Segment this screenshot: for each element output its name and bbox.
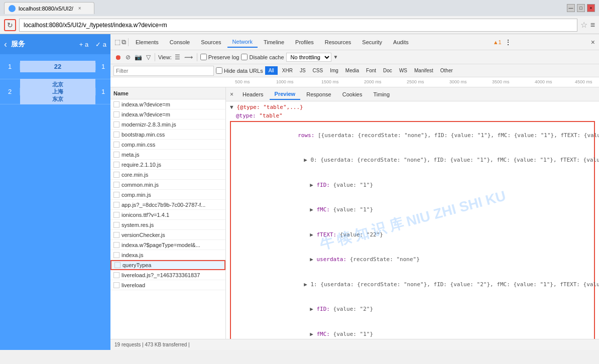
hide-data-urls-label[interactable]: Hide data URLs — [216, 67, 263, 74]
minimize-btn[interactable]: — — [567, 4, 575, 12]
tab-resources[interactable]: Resources — [320, 37, 356, 47]
preserve-log-checkbox[interactable] — [200, 54, 207, 60]
row1-count: 1 — [95, 63, 110, 70]
filter-type-css[interactable]: CSS — [310, 67, 326, 74]
filter-type-js[interactable]: JS — [297, 67, 308, 74]
tab-elements[interactable]: Elements — [131, 37, 164, 47]
close-btn[interactable]: × — [587, 4, 595, 12]
disable-cache-checkbox[interactable] — [241, 54, 248, 60]
reload-btn[interactable]: ↻ — [4, 19, 16, 31]
tick-2000: 2000 ms — [364, 79, 382, 84]
devtools-inspector-icon[interactable]: ⧉ — [122, 38, 126, 46]
response-content-wrapper: ▼ {@type: "table",...} @type: "table" ro… — [226, 101, 599, 339]
tick-4000: 4000 ms — [535, 79, 552, 84]
req-checkbox — [113, 192, 119, 198]
bookmark-icon[interactable]: ☆ — [580, 20, 587, 30]
table-row[interactable]: common.min.js — [110, 180, 225, 190]
tab-security[interactable]: Security — [357, 37, 387, 47]
table-row[interactable]: queryTypea — [110, 260, 225, 270]
filter-input[interactable] — [113, 66, 214, 76]
request-list: Name indexa.w?device=m indexa.w?device=m… — [110, 87, 226, 339]
sidebar-check-btn[interactable]: ✓ a — [95, 41, 106, 48]
tab-console[interactable]: Console — [165, 37, 195, 47]
sidebar-service-label: 服务 — [11, 40, 25, 49]
record-btn[interactable]: ⏺ — [113, 52, 123, 62]
filter-type-doc[interactable]: Doc — [381, 67, 395, 74]
hide-data-urls-checkbox[interactable] — [216, 67, 222, 74]
filter-type-manifest[interactable]: Manifest — [412, 67, 436, 74]
stop-btn[interactable]: ⊘ — [125, 53, 132, 62]
devtools-cursor-icon[interactable]: ⬚ — [114, 38, 121, 46]
table-row[interactable]: indexa.w?device=m — [110, 109, 225, 119]
sidebar-rows: 1 22 1 2 北京上海东京 1 — [0, 54, 110, 350]
list-item[interactable]: 2 北京上海东京 1 — [0, 79, 110, 104]
status-bar: 19 requests | 473 KB transferred | — [110, 339, 599, 350]
resp-tab-headers[interactable]: Headers — [237, 89, 269, 99]
json-rows-summary: rows: [{userdata: {recordState: "none"},… — [232, 123, 593, 148]
filter-type-all[interactable]: All — [265, 66, 278, 75]
filter-type-other[interactable]: Other — [438, 67, 455, 74]
tab-audits[interactable]: Audits — [388, 37, 414, 47]
view-waterfall-btn[interactable]: ⟿ — [183, 53, 194, 62]
table-row[interactable]: require.2.1.10.js — [110, 160, 225, 170]
req-checkbox — [113, 252, 119, 258]
resp-tab-preview[interactable]: Preview — [270, 89, 301, 100]
table-row[interactable]: indexa.w?device=m — [110, 99, 225, 109]
tab-network[interactable]: Network — [227, 37, 258, 48]
response-panel-close[interactable]: × — [230, 91, 233, 98]
table-row[interactable]: livereload — [110, 280, 225, 290]
sidebar-back-icon[interactable]: ‹ — [4, 39, 7, 50]
devtools-close-btn[interactable]: × — [591, 38, 595, 46]
separator — [155, 53, 155, 61]
req-name: bootstrap.min.css — [122, 132, 222, 138]
req-checkbox — [113, 101, 119, 107]
address-input[interactable] — [19, 19, 577, 32]
filter-icon[interactable]: ▽ — [145, 53, 152, 62]
table-row[interactable]: comp.min.js — [110, 190, 225, 200]
table-row[interactable]: versionChecker.js — [110, 230, 225, 240]
tab-sources[interactable]: Sources — [196, 37, 226, 47]
req-name: indexa.js — [122, 252, 222, 258]
table-row[interactable]: system.res.js — [110, 220, 225, 230]
window-controls: — □ × — [567, 4, 595, 12]
browser-tab[interactable]: localhost:8080/x5/UI2/ × — [4, 2, 94, 14]
table-row[interactable]: bootstrap.min.css — [110, 130, 225, 140]
preserve-log-label[interactable]: Preserve log — [200, 54, 239, 60]
table-row[interactable]: indexa.w?$pageType=model&... — [110, 240, 225, 250]
table-row[interactable]: meta.js — [110, 150, 225, 160]
req-name: common.min.js — [122, 182, 222, 188]
view-list-btn[interactable]: ☰ — [174, 53, 181, 62]
throttle-select[interactable]: No throttling Offline Slow 3G Fast 3G — [286, 53, 331, 62]
menu-icon[interactable]: ≡ — [590, 21, 595, 30]
req-name: versionChecker.js — [122, 232, 222, 238]
list-item[interactable]: 1 22 1 — [0, 54, 110, 79]
table-row[interactable]: ionicons.ttf?v=1.4.1 — [110, 210, 225, 220]
table-row[interactable]: modernizr-2.8.3.min.js — [110, 119, 225, 130]
maximize-btn[interactable]: □ — [577, 4, 585, 12]
resp-tab-cookies[interactable]: Cookies — [337, 89, 368, 99]
devtools-panel: ⬚ ⧉ Elements Console Sources Network Tim… — [110, 34, 599, 350]
filter-type-ws[interactable]: WS — [397, 67, 410, 74]
devtools-more-icon[interactable]: ⋮ — [505, 38, 512, 46]
filter-type-xhr[interactable]: XHR — [280, 67, 295, 74]
resp-tab-response[interactable]: Response — [301, 89, 336, 99]
filter-type-media[interactable]: Media — [343, 67, 362, 74]
filter-type-font[interactable]: Font — [364, 67, 379, 74]
disable-cache-label[interactable]: Disable cache — [241, 54, 284, 60]
table-row[interactable]: indexa.js — [110, 250, 225, 260]
table-row[interactable]: comp.min.css — [110, 140, 225, 150]
row2-text: 北京上海东京 — [20, 79, 95, 104]
tab-bar: localhost:8080/x5/UI2/ × — [4, 2, 563, 14]
table-row[interactable]: livereload.js?_=1463733361837 — [110, 270, 225, 280]
table-row[interactable]: app.js?_=8dcc7b9b-7c00-2787-f... — [110, 200, 225, 210]
tab-timeline[interactable]: Timeline — [259, 37, 289, 47]
filter-type-img[interactable]: Img — [327, 67, 341, 74]
resp-tab-timing[interactable]: Timing — [368, 89, 395, 99]
camera-btn[interactable]: 📷 — [134, 53, 143, 62]
tab-close-btn[interactable]: × — [78, 6, 81, 11]
sidebar-add-btn[interactable]: + a — [79, 41, 88, 48]
tab-favicon — [9, 5, 16, 12]
json-row1-fmc: ▶ fMC: {value: "1"} — [232, 322, 593, 339]
tab-profiles[interactable]: Profiles — [290, 37, 319, 47]
table-row[interactable]: core.min.js — [110, 170, 225, 180]
